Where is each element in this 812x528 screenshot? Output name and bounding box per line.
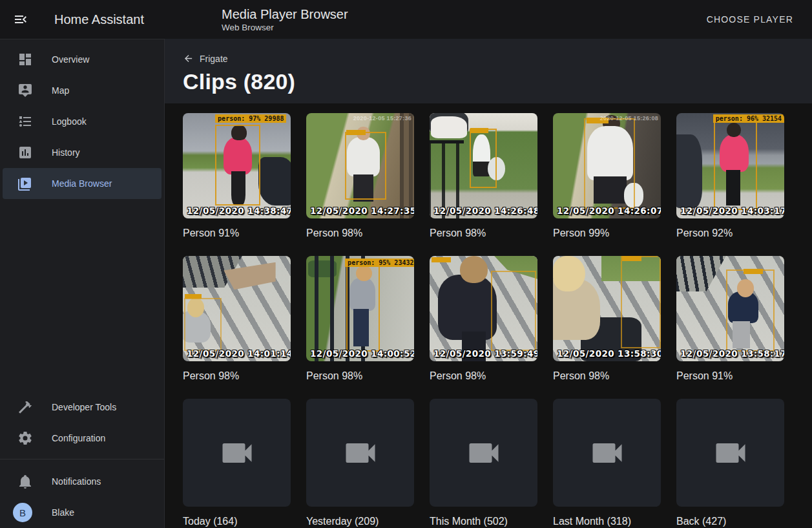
detection-label: person: 96% 32154 bbox=[713, 114, 784, 123]
clip-thumbnail: person: 97% 29988 12/05/2020 14:38:47 bbox=[183, 113, 291, 218]
video-camera-icon bbox=[588, 434, 627, 472]
clip-thumbnail: person: 95% 23432 12/05/2020 14:00:52 bbox=[306, 256, 414, 361]
clip-card[interactable]: 2020-12-05 15:27:36 12/05/2020 14:27:35 … bbox=[306, 113, 414, 239]
choose-player-button[interactable]: CHOOSE PLAYER bbox=[702, 9, 798, 30]
clip-card[interactable]: 12/05/2020 13:58:17 Person 91% bbox=[676, 256, 784, 382]
media-play-box-icon bbox=[17, 176, 33, 191]
clip-thumbnail: 12/05/2020 14:26:48 bbox=[430, 113, 537, 218]
timestamp-overlay: 12/05/2020 14:26:48 bbox=[433, 206, 537, 216]
timestamp-overlay: 12/05/2020 14:01:14 bbox=[187, 348, 291, 359]
clip-thumbnail: 12/05/2020 13:58:17 bbox=[676, 256, 784, 361]
content-header: Frigate Clips (820) bbox=[165, 39, 812, 103]
folder-card-today[interactable]: Today (164) bbox=[183, 399, 291, 527]
sidebar-item-label: Developer Tools bbox=[52, 402, 116, 412]
timestamp-overlay: 12/05/2020 14:38:47 bbox=[187, 206, 291, 216]
app-bar-left: Home Assistant bbox=[0, 12, 165, 27]
sidebar-item-label: History bbox=[52, 147, 80, 158]
sidebar-divider bbox=[0, 459, 164, 459]
logbook-list-icon bbox=[17, 114, 33, 129]
sidebar-item-map[interactable]: Map bbox=[3, 75, 161, 106]
detection-label bbox=[346, 130, 366, 135]
folder-thumbnail bbox=[676, 399, 784, 507]
detection-bbox bbox=[345, 132, 386, 199]
hammer-icon bbox=[17, 399, 33, 415]
clip-label: Person 98% bbox=[430, 370, 537, 382]
folder-card-this-month[interactable]: This Month (502) bbox=[430, 399, 537, 527]
sidebar-item-notifications[interactable]: Notifications bbox=[3, 466, 161, 497]
detection-bbox bbox=[621, 256, 661, 348]
detection-label bbox=[470, 128, 488, 133]
video-camera-icon bbox=[711, 434, 750, 472]
detection-bbox bbox=[215, 125, 260, 206]
video-camera-icon bbox=[341, 434, 380, 472]
camera-timestamp: 2020-12-05 15:26:08 bbox=[600, 115, 658, 121]
folder-thumbnail bbox=[430, 399, 537, 507]
clip-thumbnail: 12/05/2020 14:01:14 bbox=[183, 256, 291, 361]
clip-label: Person 98% bbox=[553, 370, 661, 382]
clip-card[interactable]: 12/05/2020 13:59:49 Person 98% bbox=[430, 256, 537, 382]
sidebar-item-developer-tools[interactable]: Developer Tools bbox=[3, 392, 161, 423]
folder-label: Last Month (318) bbox=[553, 515, 661, 527]
timestamp-overlay: 12/05/2020 14:03:17 bbox=[680, 206, 784, 216]
clip-card[interactable]: 12/05/2020 14:01:14 Person 98% bbox=[183, 256, 291, 382]
sidebar-item-media-browser[interactable]: Media Browser bbox=[3, 168, 161, 199]
clip-label: Person 98% bbox=[183, 370, 291, 382]
folder-card-last-month[interactable]: Last Month (318) bbox=[553, 399, 661, 527]
detection-bbox bbox=[184, 298, 222, 351]
avatar: B bbox=[13, 503, 32, 522]
detection-bbox bbox=[470, 129, 497, 187]
breadcrumb-label: Frigate bbox=[200, 54, 228, 64]
video-camera-icon bbox=[218, 434, 256, 472]
timestamp-overlay: 12/05/2020 13:58:17 bbox=[680, 348, 784, 359]
clip-label: Person 98% bbox=[306, 227, 414, 239]
main-content: Frigate Clips (820) person: 97% 29988 12… bbox=[165, 39, 812, 528]
home-assistant-app: Home Assistant Media Player Browser Web … bbox=[0, 0, 812, 528]
folder-label: Yesterday (209) bbox=[306, 515, 414, 527]
clip-card[interactable]: person: 97% 29988 12/05/2020 14:38:47 Pe… bbox=[183, 113, 291, 239]
camera-timestamp: 2020-12-05 15:27:36 bbox=[353, 115, 411, 121]
folder-label: Back (427) bbox=[676, 515, 784, 527]
sidebar-item-label: Map bbox=[52, 85, 69, 96]
clip-card[interactable]: person: 95% 23432 12/05/2020 14:00:52 Pe… bbox=[306, 256, 414, 382]
clip-label: Person 99% bbox=[553, 227, 661, 239]
back-arrow-icon bbox=[183, 53, 194, 64]
folder-card-back[interactable]: Back (427) bbox=[676, 399, 784, 527]
timestamp-overlay: 12/05/2020 13:59:49 bbox=[433, 348, 537, 359]
detection-label bbox=[744, 269, 763, 274]
detection-label bbox=[185, 294, 202, 299]
timestamp-overlay: 12/05/2020 14:00:52 bbox=[310, 348, 414, 359]
media-grid: person: 97% 29988 12/05/2020 14:38:47 Pe… bbox=[165, 103, 812, 528]
detection-bbox bbox=[714, 120, 757, 210]
profile-name: Blake bbox=[52, 507, 74, 518]
detection-bbox bbox=[346, 263, 380, 352]
clip-thumbnail: 2020-12-05 15:26:08 12/05/2020 14:26:07 bbox=[553, 113, 661, 218]
map-account-icon bbox=[17, 83, 33, 98]
sidebar-item-logbook[interactable]: Logbook bbox=[3, 106, 161, 137]
sidebar-item-history[interactable]: History bbox=[3, 137, 161, 168]
history-chart-icon bbox=[17, 145, 33, 160]
clip-label: Person 98% bbox=[430, 227, 537, 239]
sidebar-item-label: Notifications bbox=[52, 476, 101, 487]
folder-card-yesterday[interactable]: Yesterday (209) bbox=[306, 399, 414, 527]
clip-thumbnail: person: 96% 32154 12/05/2020 14:03:17 bbox=[676, 113, 784, 218]
folder-thumbnail bbox=[306, 399, 414, 507]
clip-card[interactable]: 2020-12-05 15:26:08 12/05/2020 14:26:07 … bbox=[553, 113, 661, 239]
clip-label: Person 92% bbox=[676, 227, 784, 239]
breadcrumb[interactable]: Frigate bbox=[183, 53, 228, 64]
clip-card[interactable]: person: 96% 32154 12/05/2020 14:03:17 Pe… bbox=[676, 113, 784, 239]
detection-bbox bbox=[491, 271, 536, 351]
panel-title-block: Media Player Browser Web Browser bbox=[222, 6, 348, 32]
sidebar-item-configuration[interactable]: Configuration bbox=[3, 423, 161, 454]
sidebar-toggle-menu-icon[interactable] bbox=[13, 12, 28, 27]
sidebar-item-label: Logbook bbox=[52, 116, 87, 127]
clip-label: Person 91% bbox=[676, 370, 784, 382]
sidebar-item-overview[interactable]: Overview bbox=[3, 44, 161, 75]
clip-card[interactable]: 12/05/2020 14:26:48 Person 98% bbox=[430, 113, 537, 239]
app-title: Home Assistant bbox=[54, 12, 144, 27]
timestamp-overlay: 12/05/2020 14:26:07 bbox=[557, 206, 661, 216]
detection-label bbox=[622, 256, 641, 261]
sidebar-item-profile[interactable]: B Blake bbox=[3, 497, 161, 528]
page-title: Clips (820) bbox=[183, 69, 794, 94]
detection-label: person: 97% 29988 bbox=[215, 114, 286, 123]
clip-card[interactable]: 12/05/2020 13:58:30 Person 98% bbox=[553, 256, 661, 382]
